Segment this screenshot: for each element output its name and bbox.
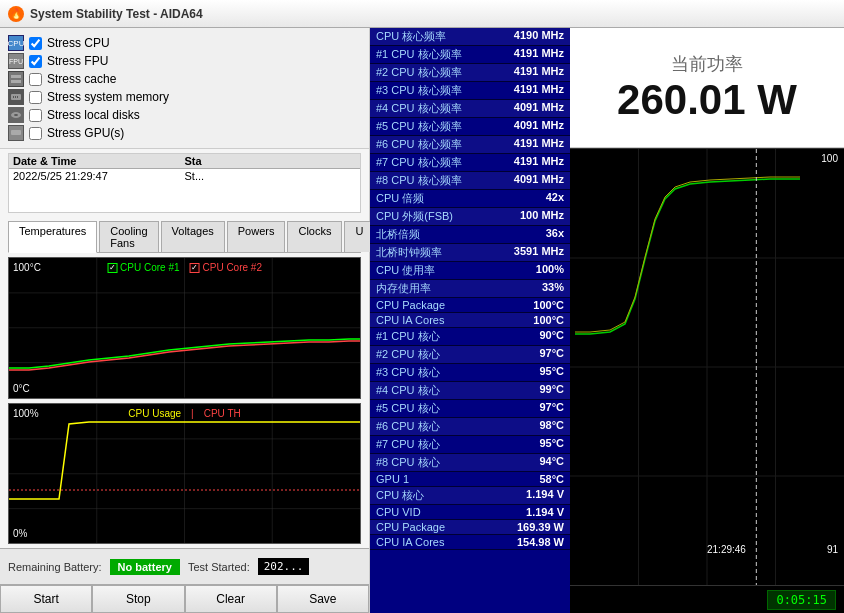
stress-disk-item: Stress local disks xyxy=(8,106,361,124)
right-chart-timestamp: 21:29:46 xyxy=(707,544,746,555)
data-row-11: 北桥倍频36x xyxy=(370,226,570,244)
data-label-18: #2 CPU 核心 xyxy=(376,347,440,362)
data-row-28: CPU Package169.39 W xyxy=(370,520,570,535)
right-panel-layout: CPU 核心频率4190 MHz#1 CPU 核心频率4191 MHz#2 CP… xyxy=(370,28,844,613)
stress-fpu-checkbox[interactable] xyxy=(29,55,42,68)
tab-powers[interactable]: Powers xyxy=(227,221,286,252)
data-value-12: 3591 MHz xyxy=(514,245,564,260)
svg-rect-8 xyxy=(11,130,21,135)
data-value-21: 97°C xyxy=(539,401,564,416)
power-value: 260.01 W xyxy=(617,76,797,124)
data-value-17: 90°C xyxy=(539,329,564,344)
log-row: 2022/5/25 21:29:47 St... xyxy=(9,169,360,183)
usage-legend-sep: | xyxy=(191,408,194,419)
right-chart-svg xyxy=(570,149,844,585)
data-row-29: CPU IA Cores154.98 W xyxy=(370,535,570,550)
tab-voltages[interactable]: Voltages xyxy=(161,221,225,252)
left-panel: CPU Stress CPU FPU Stress FPU Stress cac… xyxy=(0,28,370,613)
stress-disk-checkbox[interactable] xyxy=(29,109,42,122)
data-value-26: 1.194 V xyxy=(526,488,564,503)
stress-gpu-item: Stress GPU(s) xyxy=(8,124,361,142)
data-value-14: 33% xyxy=(542,281,564,296)
data-label-4: #4 CPU 核心频率 xyxy=(376,101,462,116)
data-label-17: #1 CPU 核心 xyxy=(376,329,440,344)
legend-core1-check: ✓ xyxy=(107,263,117,273)
data-label-3: #3 CPU 核心频率 xyxy=(376,83,462,98)
legend-core2-label: CPU Core #2 xyxy=(203,262,262,273)
save-button[interactable]: Save xyxy=(277,585,369,613)
data-value-1: 4191 MHz xyxy=(514,47,564,62)
data-row-27: CPU VID1.194 V xyxy=(370,505,570,520)
stress-cache-item: Stress cache xyxy=(8,70,361,88)
data-label-26: CPU 核心 xyxy=(376,488,424,503)
data-label-6: #6 CPU 核心频率 xyxy=(376,137,462,152)
data-label-21: #5 CPU 核心 xyxy=(376,401,440,416)
data-label-14: 内存使用率 xyxy=(376,281,431,296)
data-row-7: #7 CPU 核心频率4191 MHz xyxy=(370,154,570,172)
data-value-7: 4191 MHz xyxy=(514,155,564,170)
data-value-6: 4191 MHz xyxy=(514,137,564,152)
data-label-28: CPU Package xyxy=(376,521,445,533)
data-row-20: #4 CPU 核心99°C xyxy=(370,382,570,400)
data-value-8: 4091 MHz xyxy=(514,173,564,188)
app-icon: 🔥 xyxy=(8,6,24,22)
clear-button[interactable]: Clear xyxy=(185,585,277,613)
stress-cpu-label: Stress CPU xyxy=(47,36,110,50)
data-label-24: #8 CPU 核心 xyxy=(376,455,440,470)
data-row-23: #7 CPU 核心95°C xyxy=(370,436,570,454)
tab-cooling[interactable]: Cooling Fans xyxy=(99,221,158,252)
data-value-10: 100 MHz xyxy=(520,209,564,224)
mem-icon xyxy=(8,89,24,105)
fpu-icon: FPU xyxy=(8,53,24,69)
stress-cpu-checkbox[interactable] xyxy=(29,37,42,50)
stress-mem-item: Stress system memory xyxy=(8,88,361,106)
title-bar: 🔥 System Stability Test - AIDA64 xyxy=(0,0,844,28)
data-label-5: #5 CPU 核心频率 xyxy=(376,119,462,134)
data-label-8: #8 CPU 核心频率 xyxy=(376,173,462,188)
usage-chart-svg xyxy=(9,404,360,544)
data-row-2: #2 CPU 核心频率4191 MHz xyxy=(370,64,570,82)
data-value-18: 97°C xyxy=(539,347,564,362)
tab-clocks[interactable]: Clocks xyxy=(287,221,342,252)
data-row-9: CPU 倍频42x xyxy=(370,190,570,208)
data-value-23: 95°C xyxy=(539,437,564,452)
tabs-area: Temperatures Cooling Fans Voltages Power… xyxy=(0,217,369,253)
data-value-27: 1.194 V xyxy=(526,506,564,518)
data-label-11: 北桥倍频 xyxy=(376,227,420,242)
data-label-12: 北桥时钟频率 xyxy=(376,245,442,260)
data-label-10: CPU 外频(FSB) xyxy=(376,209,453,224)
data-label-7: #7 CPU 核心频率 xyxy=(376,155,462,170)
power-label: 当前功率 xyxy=(671,52,743,76)
data-row-13: CPU 使用率100% xyxy=(370,262,570,280)
usage-legend: CPU Usage | CPU TH xyxy=(128,408,240,419)
data-row-15: CPU Package100°C xyxy=(370,298,570,313)
svg-rect-4 xyxy=(15,96,16,98)
data-value-9: 42x xyxy=(546,191,564,206)
stress-cache-checkbox[interactable] xyxy=(29,73,42,86)
data-row-1: #1 CPU 核心频率4191 MHz xyxy=(370,46,570,64)
start-button[interactable]: Start xyxy=(0,585,92,613)
data-value-0: 4190 MHz xyxy=(514,29,564,44)
right-chart-yval: 91 xyxy=(827,544,838,555)
stop-button[interactable]: Stop xyxy=(92,585,184,613)
charts-section: ✓ CPU Core #1 ✓ CPU Core #2 100°C 0°C xyxy=(0,253,369,548)
temp-chart: ✓ CPU Core #1 ✓ CPU Core #2 100°C 0°C xyxy=(8,257,361,399)
data-row-26: CPU 核心1.194 V xyxy=(370,487,570,505)
power-display: 当前功率 260.01 W xyxy=(570,28,844,148)
stress-gpu-checkbox[interactable] xyxy=(29,127,42,140)
stress-fpu-item: FPU Stress FPU xyxy=(8,52,361,70)
legend-core1: ✓ CPU Core #1 xyxy=(107,262,179,273)
log-col-status: Sta xyxy=(185,155,357,167)
svg-rect-5 xyxy=(17,96,18,98)
tab-temperatures[interactable]: Temperatures xyxy=(8,221,97,253)
stress-mem-checkbox[interactable] xyxy=(29,91,42,104)
app-title: System Stability Test - AIDA64 xyxy=(30,7,203,21)
right-chart-ymax: 100 xyxy=(821,153,838,164)
cache-icon xyxy=(8,71,24,87)
started-value: 202... xyxy=(258,558,310,575)
data-label-29: CPU IA Cores xyxy=(376,536,444,548)
data-label-16: CPU IA Cores xyxy=(376,314,444,326)
data-row-24: #8 CPU 核心94°C xyxy=(370,454,570,472)
usage-legend-usage: CPU Usage xyxy=(128,408,181,419)
log-status: St... xyxy=(185,170,357,182)
